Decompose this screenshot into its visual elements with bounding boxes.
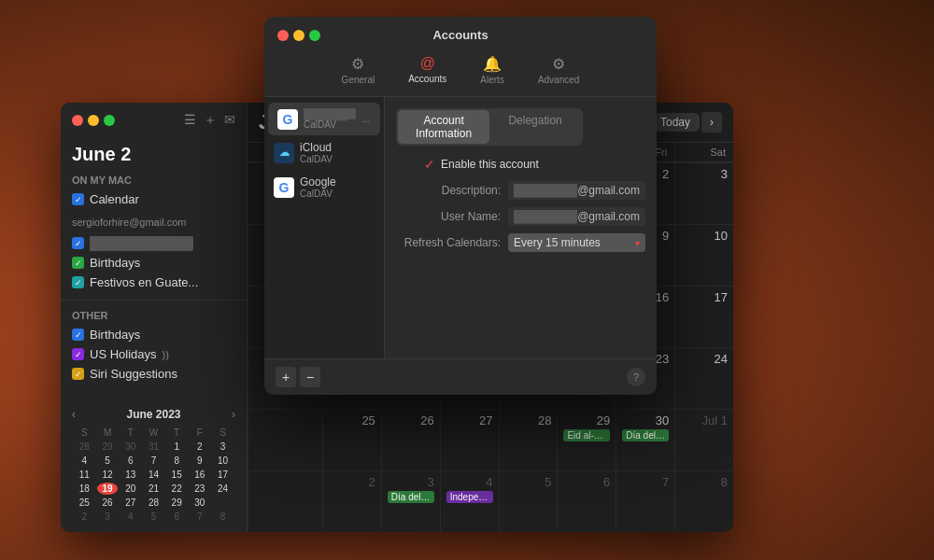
mini-cal-prev[interactable]: ‹ xyxy=(72,408,76,421)
accounts-detail: Account Information Delegation ✓ Enable … xyxy=(385,97,657,358)
help-button[interactable]: ? xyxy=(627,368,645,386)
detail-tab-delegation[interactable]: Delegation xyxy=(489,110,581,144)
day-number: 27 xyxy=(446,413,493,427)
cal-cell-jul8[interactable]: 8 xyxy=(674,470,733,532)
birthdays2-checkbox[interactable]: ✓ xyxy=(72,329,84,341)
cal-cell-jun24[interactable]: 24 xyxy=(674,347,733,409)
sidebar-item-blurred[interactable]: ✓ ████████████ xyxy=(72,233,235,253)
account-info-google: Google CalDAV xyxy=(300,175,375,199)
today-button[interactable]: Today xyxy=(651,113,700,132)
tab-advanced[interactable]: ⚙ Advanced xyxy=(531,51,587,89)
dialog-footer: + − ? xyxy=(264,358,657,395)
sidebar-item-birthdays2[interactable]: ✓ Birthdays xyxy=(72,325,235,344)
account-row-icloud[interactable]: ☁ iCloud CalDAV xyxy=(264,135,384,170)
account-name-1: ██████ xyxy=(304,108,356,119)
add-icon[interactable]: ＋ xyxy=(204,112,217,129)
dialog-title: Accounts xyxy=(432,28,488,42)
event-dia-ejercito-jul3[interactable]: Día del Ejército xyxy=(388,491,434,503)
cal-cell-jul5[interactable]: 5 xyxy=(499,470,558,532)
dialog-minimize-button[interactable] xyxy=(293,30,304,41)
account-name-icloud: iCloud xyxy=(300,141,375,154)
day-number: 8 xyxy=(681,475,728,489)
dialog-maximize-button[interactable] xyxy=(309,30,320,41)
cal-cell-jul2[interactable]: 2 xyxy=(322,470,381,532)
sidebar-header-icons: ☰ ＋ ✉ xyxy=(184,112,235,129)
enable-label: Enable this account xyxy=(441,158,539,171)
close-button[interactable] xyxy=(72,115,83,126)
calendar-checkbox[interactable]: ✓ xyxy=(72,193,84,205)
account-name-google: Google xyxy=(300,175,375,189)
account-type-google: CalDAV xyxy=(300,189,375,199)
description-value: ████████@gmail.com xyxy=(508,181,645,200)
siri-checkbox[interactable]: ✓ xyxy=(72,368,84,380)
sidebar-item-siri[interactable]: ✓ Siri Suggestions xyxy=(72,364,235,384)
mini-cal-grid: SMTWTFS 28293031123 45678910 11121314151… xyxy=(72,425,235,525)
cal-cell-jul7[interactable]: 7 xyxy=(616,470,674,532)
refresh-row: Refresh Calendars: Every 15 minutes ▾ xyxy=(396,233,645,252)
event-independence-day[interactable]: Independence Day xyxy=(446,491,493,503)
week-label xyxy=(248,470,322,532)
account-info-1: ██████ CalDAV xyxy=(304,108,356,130)
remove-account-button[interactable]: − xyxy=(300,367,320,387)
account-row-google[interactable]: G Google CalDAV xyxy=(264,170,384,204)
refresh-select[interactable]: Every 15 minutes ▾ xyxy=(508,233,645,252)
minimize-button[interactable] xyxy=(88,115,99,126)
day-number: 17 xyxy=(681,290,728,304)
at-icon: @ xyxy=(420,55,435,72)
day-number: 3 xyxy=(681,167,728,181)
tab-alerts[interactable]: 🔔 Alerts xyxy=(473,51,512,89)
gmail-section: ✓ ████████████ ✓ Birthdays ✓ Festivos en… xyxy=(61,230,247,294)
dialog-titlebar: Accounts xyxy=(264,17,657,46)
bell-icon: 🔔 xyxy=(483,55,502,73)
day-number: 30 xyxy=(622,413,669,427)
add-account-button[interactable]: + xyxy=(276,367,296,387)
blurred-checkbox[interactable]: ✓ xyxy=(72,237,84,249)
cal-cell-jul6[interactable]: 6 xyxy=(557,470,616,532)
sidebar-item-birthdays[interactable]: ✓ Birthdays xyxy=(72,253,235,273)
dialog-toolbar: ⚙ General @ Accounts 🔔 Alerts ⚙ Advanced xyxy=(264,46,657,97)
sidebar-item-festivos[interactable]: ✓ Festivos en Guate... xyxy=(72,273,235,292)
tab-accounts[interactable]: @ Accounts xyxy=(401,51,454,89)
next-button[interactable]: › xyxy=(701,112,722,133)
cal-cell-jul1[interactable]: Jul 1 xyxy=(674,409,733,470)
account-row-1[interactable]: G ██████ CalDAV … xyxy=(268,103,380,135)
cal-cell-jun26[interactable]: 26 xyxy=(381,409,440,470)
cal-cell-jun17[interactable]: 17 xyxy=(674,286,733,347)
gear-icon: ⚙ xyxy=(351,55,364,73)
sidebar-item-calendar[interactable]: ✓ Calendar xyxy=(72,189,235,209)
day-number: 6 xyxy=(563,475,610,489)
birthdays-checkbox[interactable]: ✓ xyxy=(72,257,84,269)
traffic-lights xyxy=(72,115,115,126)
cal-cell-jun3[interactable]: 3 xyxy=(674,162,733,224)
maximize-button[interactable] xyxy=(104,115,115,126)
cal-cell-jun10[interactable]: 10 xyxy=(674,224,733,286)
dialog-traffic-lights xyxy=(277,30,320,41)
day-number: 29 xyxy=(563,413,610,427)
username-label: User Name: xyxy=(396,210,508,223)
section-divider xyxy=(61,300,247,301)
description-row: Description: ████████@gmail.com xyxy=(396,181,645,200)
us-holidays-checkbox[interactable]: ✓ xyxy=(72,348,84,360)
cal-cell-jul3[interactable]: 3 Día del Ejército xyxy=(381,470,440,532)
google-logo-1: G xyxy=(277,109,298,130)
sidebar-icon[interactable]: ☰ xyxy=(184,112,196,129)
sidebar-item-us-holidays[interactable]: ✓ US Holidays )) xyxy=(72,344,235,364)
cal-cell-jun28[interactable]: 28 xyxy=(499,409,558,470)
cal-cell-jun30[interactable]: 30 Día del Ejército xyxy=(616,409,674,470)
cal-cell-jun27[interactable]: 27 xyxy=(440,409,499,470)
account-info-icloud: iCloud CalDAV xyxy=(300,141,375,164)
account-ellipsis: … xyxy=(361,114,371,124)
sidebar: ☰ ＋ ✉ June 2 On My Mac ✓ Calendar sergio… xyxy=(61,103,248,532)
event-eid[interactable]: Eid al-Adha xyxy=(563,429,610,441)
dialog-close-button[interactable] xyxy=(277,30,289,41)
detail-tab-info[interactable]: Account Information xyxy=(398,110,489,144)
cal-cell-jun29[interactable]: 29 Eid al-Adha xyxy=(557,409,616,470)
festivos-checkbox[interactable]: ✓ xyxy=(72,276,84,288)
cal-cell-jul4[interactable]: 4 Independence Day xyxy=(440,470,499,532)
mini-cal-next[interactable]: › xyxy=(232,408,235,421)
cal-cell-jun25[interactable]: 25 xyxy=(322,409,381,470)
mail-icon[interactable]: ✉ xyxy=(224,112,235,129)
tab-general[interactable]: ⚙ General xyxy=(334,51,383,89)
event-dia-ejercito-jun30[interactable]: Día del Ejército xyxy=(622,429,669,441)
accounts-list: G ██████ CalDAV … ☁ iCloud CalDAV G xyxy=(264,97,385,358)
